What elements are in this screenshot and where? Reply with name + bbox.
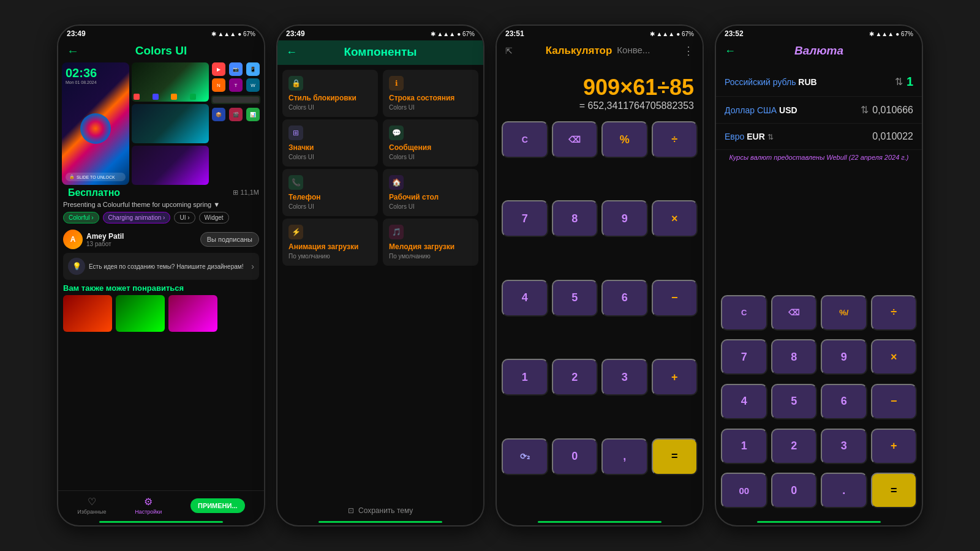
calc-clear[interactable]: C bbox=[502, 121, 548, 158]
calc4-6[interactable]: 6 bbox=[821, 384, 867, 419]
calc4-backspace[interactable]: ⌫ bbox=[771, 295, 818, 331]
more-icon[interactable]: ⋮ bbox=[683, 44, 694, 58]
comp-status-bar[interactable]: ℹ Строка состояния Colors UI bbox=[383, 70, 478, 117]
home-indicator-3 bbox=[538, 521, 662, 523]
calc4-clear[interactable]: C bbox=[721, 295, 767, 331]
comp-melody[interactable]: 🎵 Мелодия загрузки По умолчанию bbox=[383, 219, 478, 266]
calc4-plus[interactable]: + bbox=[871, 429, 918, 464]
comp-lock-style[interactable]: 🔒 Стиль блокировки Colors UI bbox=[282, 70, 378, 117]
phone-1: 23:49 ✱ ▲▲▲ ● 67% ← Colors UI 02:36 Mon … bbox=[57, 24, 265, 527]
comp-anim[interactable]: ⚡ Анимация загрузки По умолчанию bbox=[282, 219, 378, 266]
calc4-5[interactable]: 5 bbox=[771, 384, 818, 419]
currency-rub[interactable]: Российский рубль RUB ⇅ 1 bbox=[716, 67, 922, 97]
calc4-divide[interactable]: ÷ bbox=[871, 295, 918, 331]
currency-usd[interactable]: Доллар США USD ⇅ 0,010666 bbox=[716, 97, 922, 124]
comp-icons[interactable]: ⊞ Значки Colors UI bbox=[282, 119, 378, 167]
calc-minus[interactable]: − bbox=[652, 280, 698, 317]
recommend-thumb-3[interactable] bbox=[168, 295, 217, 332]
nav-favorites-label: Избранные bbox=[77, 509, 106, 515]
wp-thumb-1[interactable] bbox=[132, 62, 209, 102]
calc-equals[interactable]: = bbox=[652, 438, 698, 475]
recommend-row bbox=[58, 295, 264, 332]
tag-ui[interactable]: UI › bbox=[174, 212, 195, 223]
phone-4: 23:52 ✱ ▲▲▲ ● 67% ← Валюта Российский ру… bbox=[715, 24, 923, 527]
curr-usd-value-row: ⇅ 0,010666 bbox=[861, 104, 913, 116]
back-arrow-4[interactable]: ← bbox=[725, 45, 736, 58]
author-row: A Amey Patil 13 работ Вы подписаны bbox=[58, 226, 264, 253]
app-icon: N bbox=[212, 78, 225, 92]
calc4-1[interactable]: 1 bbox=[721, 429, 767, 464]
calc4-2[interactable]: 2 bbox=[771, 429, 818, 464]
calc-0[interactable]: 0 bbox=[552, 438, 598, 475]
phone-2: 23:49 ✱ ▲▲▲ ● 67% ← Компоненты 🔒 Стиль б… bbox=[276, 24, 484, 527]
nav-favorites[interactable]: ♡ Избранные bbox=[77, 496, 106, 515]
calc-9[interactable]: 9 bbox=[601, 200, 648, 237]
calc-1[interactable]: 1 bbox=[502, 359, 548, 395]
back-arrow-1[interactable]: ← bbox=[67, 44, 79, 58]
calc-percent[interactable]: % bbox=[601, 121, 648, 158]
recommend-thumb-2[interactable] bbox=[116, 295, 165, 332]
author-info: A Amey Patil 13 работ bbox=[63, 230, 124, 249]
app-icon: T bbox=[229, 78, 243, 92]
battery-icon: ● 67% bbox=[238, 31, 255, 37]
curr-name-rub: Российский рубль RUB bbox=[725, 77, 817, 87]
recommend-thumb-1[interactable] bbox=[63, 295, 112, 332]
nav-settings-label: Настройки bbox=[135, 509, 162, 515]
calc-multiply[interactable]: × bbox=[652, 200, 698, 237]
bottom-nav-1: ♡ Избранные ⚙ Настройки ПРИМЕНИ... bbox=[58, 490, 264, 520]
apply-button[interactable]: ПРИМЕНИ... bbox=[190, 498, 245, 513]
calc-backspace[interactable]: ⌫ bbox=[552, 121, 598, 158]
comp-name-status: Строка состояния bbox=[389, 94, 472, 102]
comp-phone[interactable]: 📞 Телефон Colors UI bbox=[282, 169, 378, 216]
calc-7[interactable]: 7 bbox=[502, 200, 548, 237]
calc-8[interactable]: 8 bbox=[552, 200, 598, 237]
back-arrow-2[interactable]: ← bbox=[286, 46, 297, 59]
save-theme-button[interactable]: ⊡ Сохранить тему bbox=[277, 501, 483, 520]
calc4-equals[interactable]: = bbox=[871, 473, 918, 508]
tab-calculator[interactable]: Калькулятор bbox=[546, 45, 612, 57]
comp-messages[interactable]: 💬 Сообщения Colors UI bbox=[383, 119, 478, 167]
calc-plus[interactable]: + bbox=[652, 359, 698, 395]
calc4-9[interactable]: 9 bbox=[821, 339, 867, 375]
status-bar-2: 23:49 ✱ ▲▲▲ ● 67% bbox=[277, 26, 483, 40]
calc4-3[interactable]: 3 bbox=[821, 429, 867, 464]
subscribed-button[interactable]: Вы подписаны bbox=[200, 232, 259, 247]
search-bar[interactable] bbox=[211, 96, 260, 104]
wp-thumb-3[interactable] bbox=[132, 146, 209, 185]
calc4-0[interactable]: 0 bbox=[771, 473, 818, 508]
calc-special[interactable]: ⟳₂ bbox=[502, 438, 548, 475]
wp-unlock: 🔒SLIDE TO UNLOCK bbox=[66, 173, 126, 181]
tag-colorful[interactable]: Colorful › bbox=[63, 212, 99, 223]
calc-3[interactable]: 3 bbox=[601, 359, 648, 395]
calc-divide[interactable]: ÷ bbox=[652, 121, 698, 158]
comp-desktop[interactable]: 🏠 Рабочий стол Colors UI bbox=[383, 169, 478, 216]
calc-comma[interactable]: , bbox=[601, 438, 648, 475]
calc4-percent[interactable]: %/ bbox=[821, 295, 867, 331]
nav-settings[interactable]: ⚙ Настройки bbox=[135, 496, 162, 515]
wallpaper-main[interactable]: 02:36 Mon 01 08.2024 🔒SLIDE TO UNLOCK bbox=[62, 62, 129, 185]
calc-4[interactable]: 4 bbox=[502, 280, 548, 317]
wp-thumb-2[interactable] bbox=[132, 104, 209, 143]
tag-charging[interactable]: Charging animation › bbox=[103, 212, 171, 223]
app-icon: 📷 bbox=[229, 62, 243, 76]
calc4-multiply[interactable]: × bbox=[871, 339, 918, 375]
currency-eur[interactable]: Евро EUR ⇅ 0,010022 bbox=[716, 124, 922, 150]
tab-converter[interactable]: Конве... bbox=[617, 45, 650, 57]
tag-widget[interactable]: Widget bbox=[199, 212, 229, 223]
calc-5[interactable]: 5 bbox=[552, 280, 598, 317]
calc4-4[interactable]: 4 bbox=[721, 384, 767, 419]
calc-6[interactable]: 6 bbox=[601, 280, 648, 317]
calc4-00[interactable]: 00 bbox=[721, 473, 767, 508]
comp-name-desktop: Рабочий стол bbox=[389, 193, 472, 201]
wp-date: Mon 01 08.2024 bbox=[66, 80, 126, 84]
curr-eur-name: Евро EUR ⇅ bbox=[725, 132, 774, 141]
calc-display: 909×61÷85 = 652,3411764705882353 bbox=[497, 62, 703, 118]
heart-icon: ♡ bbox=[88, 496, 96, 508]
calc-2[interactable]: 2 bbox=[552, 359, 598, 395]
calc4-minus[interactable]: − bbox=[871, 384, 918, 419]
calc4-dot[interactable]: . bbox=[821, 473, 867, 508]
calc4-7[interactable]: 7 bbox=[721, 339, 767, 375]
free-badge: Бесплатно bbox=[63, 185, 125, 200]
idea-row[interactable]: 💡 Есть идея по созданию темы? Напишите д… bbox=[63, 253, 259, 280]
calc4-8[interactable]: 8 bbox=[771, 339, 818, 375]
